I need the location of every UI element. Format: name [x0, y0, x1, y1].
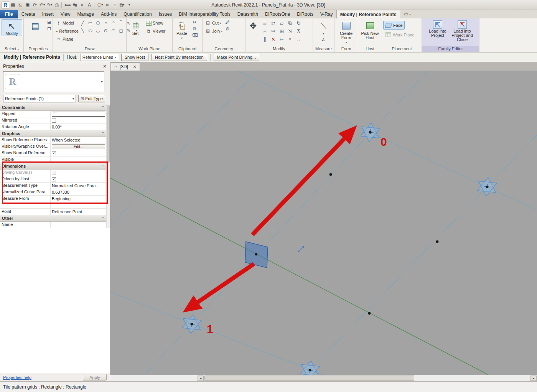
- scrollbar-thumb[interactable]: [204, 376, 414, 381]
- tab-add-ins[interactable]: Add-Ins: [97, 10, 120, 18]
- measure-button[interactable]: ⟍ ▾: [316, 19, 331, 36]
- element-filter-dropdown[interactable]: Reference Points (1)▾: [3, 95, 76, 102]
- angle-dimension-icon[interactable]: ∠: [321, 36, 326, 43]
- draw-rectangle-icon[interactable]: ▭: [87, 19, 94, 26]
- tab-view[interactable]: View: [57, 10, 74, 18]
- type-selector[interactable]: R ▾: [3, 71, 104, 92]
- load-into-project-button[interactable]: ⇱ Load into Project: [427, 19, 449, 38]
- extend-icon[interactable]: ⊢: [278, 35, 286, 43]
- demolish-icon[interactable]: ⊘: [225, 26, 230, 32]
- flipped-field[interactable]: [51, 111, 106, 117]
- offset-icon[interactable]: ⇄: [269, 19, 277, 27]
- scrollbar-thumb[interactable]: [107, 105, 110, 163]
- panel-footer-placement[interactable]: Placement: [382, 46, 422, 52]
- paste-button[interactable]: ⎗ Paste ▾: [174, 19, 190, 41]
- tag-icon[interactable]: ⌖: [79, 2, 86, 8]
- draw-partial-ellipse-icon[interactable]: ◡: [94, 27, 102, 34]
- draw-point-icon[interactable]: ⊙: [102, 27, 109, 34]
- measure-from-value[interactable]: Beginning: [51, 196, 106, 202]
- more-modify-icon[interactable]: ↔: [295, 35, 303, 43]
- canvas[interactable]: ⤢ 0 1: [110, 71, 537, 375]
- collapse-icon[interactable]: ⌃: [101, 105, 104, 109]
- edit-icon[interactable]: ⌖: [286, 35, 294, 43]
- text-icon[interactable]: A: [86, 2, 93, 8]
- tab-insert[interactable]: Insert: [39, 10, 57, 18]
- horizontal-scrollbar[interactable]: ◂ ▸: [110, 375, 537, 381]
- ribbon-display-toggle[interactable]: ▭▾: [404, 10, 410, 18]
- redo-icon[interactable]: ↷▾: [46, 2, 53, 8]
- panel-footer-select[interactable]: Select ▾: [0, 46, 23, 52]
- close-icon[interactable]: ✕: [103, 64, 107, 69]
- draw-model-button[interactable]: ⌇Model: [54, 19, 78, 27]
- save-icon[interactable]: ▣: [24, 2, 31, 8]
- close-view-icon[interactable]: ✕: [133, 64, 137, 69]
- host-dropdown[interactable]: Reference Lines▾: [81, 54, 118, 61]
- section-icon[interactable]: ⌗: [104, 2, 111, 8]
- split-icon[interactable]: ✂: [269, 27, 277, 35]
- default-3d-view-icon[interactable]: ⬡▾: [97, 2, 104, 8]
- scroll-left-icon[interactable]: ◂: [198, 376, 204, 381]
- reference-point-0[interactable]: [360, 122, 381, 143]
- properties-scrollbar[interactable]: [106, 104, 110, 228]
- pick-new-host-button[interactable]: Pick New Host: [360, 19, 381, 40]
- panel-footer-work-plane[interactable]: Work Plane: [127, 46, 172, 52]
- collapse-icon[interactable]: ⌃: [101, 164, 104, 168]
- driven-by-host-checkbox[interactable]: [52, 177, 56, 181]
- align-icon[interactable]: ≣: [261, 19, 269, 27]
- draw-circle-icon[interactable]: ○: [102, 19, 109, 26]
- show-reference-planes-value[interactable]: When Selected: [51, 137, 106, 143]
- panel-footer-measure[interactable]: Measure: [313, 46, 334, 52]
- aligned-dimension-icon[interactable]: ↹: [71, 2, 78, 8]
- mirror-icon[interactable]: ▱: [278, 19, 286, 27]
- tab-vray[interactable]: V-Ray: [317, 10, 336, 18]
- draw-line-icon[interactable]: ╱: [79, 19, 86, 26]
- tab-file[interactable]: File: [0, 10, 18, 18]
- apply-button[interactable]: Apply: [83, 374, 107, 380]
- tab-issues[interactable]: Issues: [155, 10, 176, 18]
- draw-fillet-arc-icon[interactable]: ⌒: [117, 19, 125, 26]
- show-work-plane-button[interactable]: Show: [144, 19, 166, 27]
- thin-lines-icon[interactable]: ≡: [111, 2, 118, 8]
- paint-icon[interactable]: 🖉: [225, 19, 230, 25]
- cut-to-clipboard-icon[interactable]: ✂: [191, 19, 198, 25]
- draw-polygon-icon[interactable]: ⬠: [94, 19, 102, 26]
- move-button[interactable]: ✥: [247, 19, 260, 31]
- property-group-graphics[interactable]: Graphics⌃: [0, 130, 106, 137]
- scroll-right-icon[interactable]: ▸: [530, 376, 537, 381]
- trim-icon[interactable]: ⌐: [261, 27, 269, 35]
- load-into-project-and-close-button[interactable]: ⇱ Load into Project and Close: [450, 19, 474, 42]
- delete-icon[interactable]: ✕: [269, 35, 277, 43]
- measure-icon[interactable]: ⟺: [64, 2, 71, 8]
- tab-datasmith[interactable]: Datasmith: [234, 10, 262, 18]
- panel-footer-family-editor[interactable]: Family Editor: [422, 46, 479, 52]
- tab-dirootsone[interactable]: DiRootsOne: [262, 10, 293, 18]
- reference-point-1[interactable]: [182, 314, 202, 334]
- host-point-by-intersection-button[interactable]: Host Point By Intersection: [152, 54, 207, 61]
- draw-pick-line-icon[interactable]: ╲: [79, 27, 86, 34]
- set-work-plane-button[interactable]: Set: [128, 19, 143, 36]
- copy-to-clipboard-icon[interactable]: ⧉: [191, 26, 198, 32]
- copy-icon[interactable]: ⧉: [286, 19, 294, 27]
- view-tab-3d[interactable]: ⌂ {3D} ✕: [111, 63, 140, 71]
- draw-reference-button[interactable]: ⌁Reference: [54, 27, 78, 35]
- tab-modify-reference-points[interactable]: Modify | Reference Points: [336, 10, 400, 18]
- sync-icon[interactable]: ⟳: [31, 2, 38, 8]
- property-group-other[interactable]: Other⌃: [0, 215, 106, 222]
- tab-diroots[interactable]: DiRoots: [293, 10, 317, 18]
- cut-geometry-button[interactable]: ⊟Cut ▾: [204, 19, 224, 27]
- rotate-icon[interactable]: ↻: [295, 19, 303, 27]
- app-menu-icon[interactable]: ▤: [10, 2, 16, 8]
- property-group-constraints[interactable]: Constraints⌃: [0, 104, 106, 111]
- panel-footer-properties[interactable]: Properties: [24, 46, 53, 52]
- family-category-icon[interactable]: ⊟: [47, 26, 51, 32]
- panel-footer-modify[interactable]: Modify: [245, 46, 313, 52]
- create-form-button[interactable]: Create Form ▾: [336, 19, 357, 45]
- mirrored-checkbox[interactable]: [52, 119, 56, 123]
- draw-tangent-arc-icon[interactable]: ◠: [110, 27, 117, 34]
- point-value[interactable]: Reference Point: [51, 209, 106, 215]
- modify-button[interactable]: ↖ Modify: [2, 19, 22, 36]
- show-normal-reference-checkbox[interactable]: [52, 151, 56, 155]
- tab-manage[interactable]: Manage: [74, 10, 97, 18]
- switch-windows-icon[interactable]: ⧉▾: [119, 2, 125, 8]
- selected-panel-element[interactable]: [245, 242, 268, 268]
